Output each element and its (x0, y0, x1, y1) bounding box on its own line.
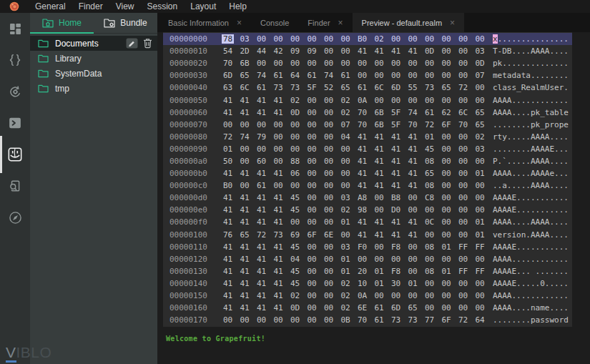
hex-row[interactable]: 0000012041414141040000010000000000000000… (163, 253, 572, 265)
hex-byte[interactable]: 41 (257, 291, 274, 300)
hex-byte[interactable]: 00 (375, 96, 392, 105)
hex-byte[interactable]: 00 (425, 255, 442, 264)
pencil-icon[interactable] (126, 38, 138, 49)
hex-byte[interactable]: 00 (458, 144, 476, 154)
hex-byte[interactable]: 01 (442, 242, 459, 252)
hex-byte[interactable]: 41 (375, 217, 392, 227)
hex-byte[interactable]: 00 (308, 303, 325, 313)
hex-byte[interactable]: 00 (442, 193, 459, 202)
hex-byte[interactable]: 70 (358, 120, 375, 129)
hex-byte[interactable]: 01 (341, 217, 358, 227)
finder-icon[interactable] (0, 139, 30, 170)
hex-byte[interactable]: 41 (358, 169, 375, 178)
hex-byte[interactable]: 41 (408, 169, 426, 178)
hex-byte[interactable]: 03 (476, 144, 493, 154)
hex-byte[interactable]: 00 (290, 217, 308, 227)
hex-byte[interactable]: 65 (425, 169, 442, 178)
hex-byte[interactable]: 02 (341, 303, 358, 313)
hex-byte[interactable]: 41 (274, 291, 291, 300)
hex-byte[interactable]: 54 (223, 46, 240, 56)
hex-byte[interactable]: 04 (290, 255, 308, 264)
hex-byte[interactable]: 55 (408, 83, 426, 92)
hex-byte[interactable]: 00 (308, 169, 325, 178)
hex-byte[interactable]: 00 (408, 71, 426, 80)
hex-byte[interactable]: 64 (476, 315, 493, 325)
hex-byte[interactable]: 00 (223, 120, 240, 129)
hex-byte[interactable]: 41 (257, 205, 274, 215)
hex-byte[interactable]: 00 (391, 71, 408, 80)
hex-byte[interactable]: 00 (408, 205, 426, 215)
hex-byte[interactable]: 00 (375, 59, 392, 68)
hex-row[interactable]: 000000c0B0006100000000004141414108000000… (163, 179, 572, 192)
hex-byte[interactable]: 41 (240, 217, 257, 227)
hex-byte[interactable]: 63 (223, 83, 240, 92)
hex-byte[interactable]: 6C (458, 108, 476, 117)
hex-byte[interactable]: 00 (375, 71, 392, 80)
hex-byte[interactable]: 01 (476, 230, 493, 240)
hex-byte[interactable]: 01 (375, 279, 392, 288)
hex-byte[interactable]: 00 (274, 144, 291, 154)
hex-byte[interactable]: 00 (358, 255, 375, 264)
hex-byte[interactable]: 65 (442, 83, 459, 92)
hex-byte[interactable]: 41 (240, 108, 257, 117)
hex-byte[interactable]: 41 (240, 169, 257, 178)
hex-byte[interactable]: 6D (391, 303, 408, 313)
hex-byte[interactable]: 00 (375, 205, 392, 215)
hex-byte[interactable]: 6B (375, 108, 392, 117)
hex-byte[interactable]: 00 (425, 291, 442, 300)
hex-byte[interactable]: 00 (442, 205, 459, 215)
hex-byte[interactable]: 41 (391, 230, 408, 240)
hex-byte[interactable]: 44 (257, 46, 274, 56)
hex-byte[interactable]: 72 (257, 230, 274, 240)
hex-row[interactable]: 0000005041414141020000020A00000000000000… (163, 94, 572, 106)
hex-byte[interactable]: 00 (391, 291, 408, 300)
tab-finder[interactable]: Finder× (298, 13, 352, 32)
hex-byte[interactable]: 00 (408, 59, 426, 68)
hex-byte[interactable]: 00 (458, 169, 476, 178)
hex-byte[interactable]: 00 (341, 157, 358, 166)
hex-byte[interactable]: 00 (458, 193, 476, 202)
hex-byte[interactable]: F8 (391, 267, 408, 276)
hex-byte[interactable]: 0D (476, 59, 493, 68)
hex-byte[interactable]: 41 (257, 303, 274, 313)
hex-byte[interactable]: 00 (341, 59, 358, 68)
hex-row[interactable]: 00000010542D444209090000414141410D000003… (163, 45, 572, 57)
hex-byte[interactable]: 00 (240, 181, 257, 190)
hex-byte[interactable]: 41 (240, 96, 257, 105)
hex-byte[interactable]: 00 (425, 71, 442, 80)
hex-byte[interactable]: 5F (391, 120, 408, 129)
hex-byte[interactable]: 41 (274, 255, 291, 264)
hex-byte[interactable]: 00 (308, 59, 325, 68)
hex-byte[interactable]: 73 (391, 315, 408, 325)
hex-byte[interactable]: 00 (274, 315, 291, 325)
hex-byte[interactable]: 08 (425, 181, 442, 190)
hex-byte[interactable]: 00 (458, 71, 476, 80)
hex-byte[interactable]: 00 (358, 59, 375, 68)
hex-row[interactable]: 000000700000000000000007706B5F70726F7065… (163, 119, 572, 131)
hex-byte[interactable]: 00 (375, 193, 392, 202)
hex-byte[interactable]: 02 (341, 279, 358, 288)
hex-byte[interactable]: 41 (257, 242, 274, 252)
hex-byte[interactable]: 00 (458, 59, 476, 68)
hex-row[interactable]: 0000015041414141020000020A00000000000000… (163, 290, 572, 302)
hex-byte[interactable]: 41 (274, 108, 291, 117)
hex-byte[interactable]: 00 (324, 46, 341, 56)
hex-byte[interactable]: 00 (341, 181, 358, 190)
hex-byte[interactable]: 00 (290, 132, 308, 142)
hex-byte[interactable]: 52 (324, 83, 341, 92)
hex-byte[interactable]: 41 (257, 108, 274, 117)
hex-byte[interactable]: 00 (308, 96, 325, 105)
terminal-icon[interactable] (0, 107, 30, 139)
hex-byte[interactable]: 41 (391, 217, 408, 227)
hex-byte[interactable]: 00 (290, 59, 308, 68)
tab-basic-information[interactable]: Basic Information× (159, 13, 251, 32)
hex-byte[interactable]: 00 (408, 267, 426, 276)
hex-byte[interactable]: 41 (257, 279, 274, 288)
hex-byte[interactable]: 0D (290, 303, 308, 313)
hex-byte[interactable]: 00 (458, 157, 476, 166)
hex-byte[interactable]: 70 (408, 120, 426, 129)
hex-row[interactable]: 00000060414141410D000002706B5F7461626C65… (163, 107, 572, 119)
hex-byte[interactable]: FF (476, 267, 493, 276)
hex-byte[interactable]: 00 (308, 205, 325, 215)
hex-byte[interactable]: 41 (358, 230, 375, 240)
